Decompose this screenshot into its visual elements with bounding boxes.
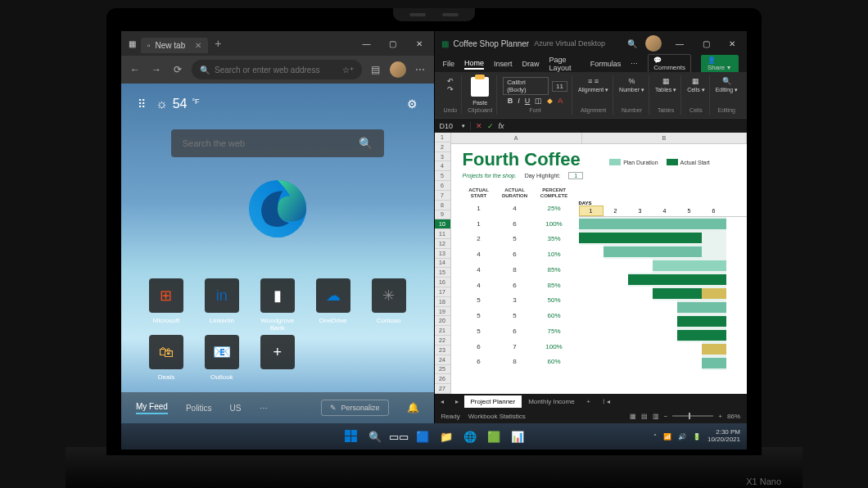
data-cell[interactable]: 5 xyxy=(463,293,495,307)
day-highlight-value[interactable]: 1 xyxy=(568,172,583,179)
maximize-button[interactable]: ▢ xyxy=(380,32,406,55)
tab-actions-icon[interactable]: ▦ xyxy=(123,39,141,48)
minimize-button[interactable]: — xyxy=(667,32,693,55)
data-cell[interactable]: 85% xyxy=(535,278,574,292)
search-icon[interactable]: 🔍 xyxy=(624,39,640,48)
forward-icon[interactable]: → xyxy=(149,64,164,75)
sheet-scroll-icon[interactable]: ⁞ ◂ xyxy=(599,398,614,405)
wifi-icon[interactable]: 📶 xyxy=(663,433,671,441)
quick-link-tile[interactable]: ☁OneDrive xyxy=(310,278,357,332)
view-normal-icon[interactable]: ▦ xyxy=(630,413,636,420)
data-cell[interactable]: 60% xyxy=(535,309,574,323)
task-view-icon[interactable]: ▭▭ xyxy=(388,426,409,447)
refresh-icon[interactable]: ⟳ xyxy=(170,64,185,75)
data-cell[interactable]: 85% xyxy=(535,263,574,277)
address-bar[interactable]: 🔍 ☆⁺ xyxy=(192,60,362,79)
data-cell[interactable]: 100% xyxy=(535,340,574,354)
row-number[interactable]: 18 xyxy=(435,297,450,307)
feed-tab[interactable]: US xyxy=(230,404,242,413)
data-cell[interactable]: 5 xyxy=(463,324,495,338)
quick-link-tile[interactable]: ⊞Microsoft xyxy=(142,278,190,332)
row-number[interactable]: 10 xyxy=(435,219,450,229)
data-cell[interactable]: 100% xyxy=(535,217,574,231)
menu-item[interactable]: Page Layout xyxy=(549,56,581,72)
collections-icon[interactable]: ☆⁺ xyxy=(342,66,354,75)
volume-icon[interactable]: 🔊 xyxy=(678,433,686,441)
sheet-prev-icon[interactable]: ◂ xyxy=(435,398,450,405)
data-cell[interactable]: 25% xyxy=(535,201,574,215)
data-cell[interactable]: 6 xyxy=(495,278,535,292)
close-button[interactable]: ✕ xyxy=(719,32,745,55)
ribbon-editing[interactable]: 🔍Editing ▾Editing xyxy=(712,75,742,115)
feed-tab[interactable]: Politics xyxy=(186,404,212,413)
app-icon[interactable]: 📊 xyxy=(507,426,528,447)
menu-item[interactable]: Home xyxy=(464,59,484,70)
address-input[interactable] xyxy=(215,66,337,75)
row-number[interactable]: 1 xyxy=(435,133,450,142)
maximize-button[interactable]: ▢ xyxy=(693,32,719,55)
ribbon-tables[interactable]: ▦Tables ▾Tables xyxy=(651,75,681,115)
explorer-icon[interactable]: 📁 xyxy=(436,426,457,447)
cell-reference[interactable]: D10▾ xyxy=(435,122,471,130)
row-number[interactable]: 11 xyxy=(435,229,450,239)
data-cell[interactable]: 60% xyxy=(535,355,574,368)
apps-grid-icon[interactable]: ⠿ xyxy=(138,97,146,111)
view-layout-icon[interactable]: ▤ xyxy=(641,413,648,420)
data-cell[interactable]: 1 xyxy=(463,217,495,231)
data-cell[interactable]: 6 xyxy=(495,324,535,338)
quick-link-tile[interactable]: ▮Woodgrove Bank xyxy=(254,278,301,332)
row-number[interactable]: 26 xyxy=(435,374,450,384)
battery-icon[interactable]: 🔋 xyxy=(693,433,701,441)
row-number[interactable]: 17 xyxy=(435,287,450,297)
worksheet[interactable]: 1234567891011121314151617181920212223242… xyxy=(435,133,748,394)
zoom-in-icon[interactable]: + xyxy=(718,413,722,420)
row-number[interactable]: 25 xyxy=(435,365,450,375)
row-number[interactable]: 19 xyxy=(435,307,450,317)
data-cell[interactable]: 3 xyxy=(495,293,535,307)
menu-item[interactable]: Draw xyxy=(522,60,540,68)
menu-item[interactable]: Insert xyxy=(494,60,513,68)
quick-link-tile[interactable]: 🛍Deals xyxy=(142,335,190,381)
data-cell[interactable]: 75% xyxy=(535,324,574,338)
row-number[interactable]: 13 xyxy=(435,249,450,259)
quick-link-tile[interactable]: ✳Contoso xyxy=(365,278,413,332)
menu-item[interactable]: File xyxy=(443,60,455,68)
quick-link-tile[interactable]: + xyxy=(254,335,301,381)
comments-button[interactable]: 💬 Comments xyxy=(648,54,691,74)
tray-chevron-icon[interactable]: ˄ xyxy=(653,433,657,441)
settings-icon[interactable]: ⚙ xyxy=(407,97,418,111)
quick-link-tile[interactable]: 📧Outlook xyxy=(198,335,246,381)
row-number[interactable]: 6 xyxy=(435,181,450,191)
feed-tab[interactable]: My Feed xyxy=(136,402,168,414)
personalize-button[interactable]: ✎ Personalize xyxy=(321,400,388,416)
menu-icon[interactable]: ⋯ xyxy=(413,64,427,75)
feed-more-icon[interactable]: ⋯ xyxy=(260,404,268,413)
ribbon-number[interactable]: %Number ▾Number xyxy=(615,75,649,115)
row-number[interactable]: 22 xyxy=(435,336,450,346)
data-cell[interactable]: 8 xyxy=(495,263,535,277)
row-number[interactable]: 20 xyxy=(435,316,450,326)
row-number[interactable]: 15 xyxy=(435,268,450,278)
menu-more-icon[interactable]: ⋯ xyxy=(631,60,638,68)
row-number[interactable]: 12 xyxy=(435,239,450,249)
browser-tab[interactable]: ▫ New tab ✕ xyxy=(141,38,208,53)
data-cell[interactable]: 4 xyxy=(463,278,495,292)
edge-taskbar-icon[interactable]: 🌐 xyxy=(459,426,481,447)
web-search-input[interactable] xyxy=(183,138,352,148)
data-cell[interactable]: 35% xyxy=(535,232,574,246)
status-stats[interactable]: Workbook Statistics xyxy=(468,413,526,420)
row-number[interactable]: 24 xyxy=(435,355,450,365)
row-number[interactable]: 16 xyxy=(435,278,450,287)
data-cell[interactable]: 6 xyxy=(463,355,495,368)
web-search-bar[interactable]: 🔍 xyxy=(171,129,384,157)
data-cell[interactable]: 8 xyxy=(495,355,535,368)
sheet-tab[interactable]: Project Planner xyxy=(464,395,522,408)
zoom-slider[interactable] xyxy=(672,415,713,417)
row-number[interactable]: 4 xyxy=(435,161,450,171)
zoom-out-icon[interactable]: − xyxy=(664,413,668,420)
menu-item[interactable]: Formulas xyxy=(590,60,622,68)
data-cell[interactable]: 5 xyxy=(463,309,495,323)
row-number[interactable]: 7 xyxy=(435,191,450,201)
data-cell[interactable]: 4 xyxy=(463,247,495,261)
data-cell[interactable]: 4 xyxy=(463,263,495,277)
